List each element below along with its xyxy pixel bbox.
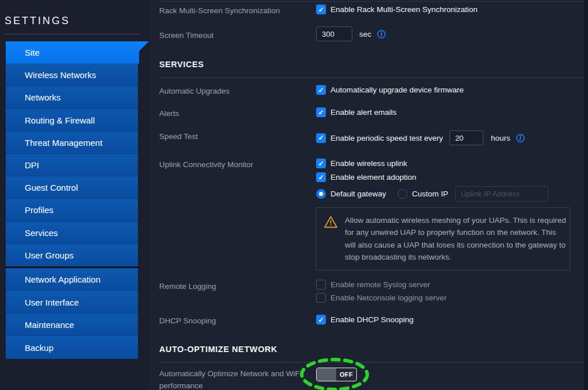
dhcp-snooping-row: DHCP Snooping Enable DHCP Snooping [159,315,414,326]
auto-optimize-section-header: AUTO-OPTIMIZE NETWORK [159,345,278,354]
sidebar-item-dpi[interactable]: DPI [6,154,138,176]
speed-test-interval-input[interactable] [449,130,483,145]
sidebar-item-maintenance[interactable]: Maintenance [6,314,138,337]
auto-optimize-section-divider [159,362,583,362]
syslog-checkbox-label: Enable remote Syslog server [330,280,430,289]
dhcp-snooping-checkbox-label: Enable DHCP Snooping [330,315,414,324]
wireless-uplink-checkbox-label: Enable wireless uplink [330,159,408,168]
toggle-knob [317,368,336,381]
speed-test-unit: hours [491,134,510,142]
speed-test-row: Speed Test Enable periodic speed test ev… [159,130,525,145]
netconsole-checkbox-label: Enable Netconsole logging server [330,294,447,302]
settings-sidebar: SETTINGS Site Wireless Networks Networks… [0,0,149,390]
speed-test-checkbox[interactable] [316,133,326,143]
syslog-checkbox[interactable] [316,280,326,289]
custom-ip-radio-label: Custom IP [412,190,448,198]
sidebar-item-services[interactable]: Services [6,222,138,244]
screen-timeout-input[interactable] [316,26,352,41]
netconsole-option: Enable Netconsole logging server [316,293,447,303]
wireless-uplink-option: Enable wireless uplink [316,159,408,168]
automatic-upgrades-checkbox[interactable] [316,85,326,95]
uplink-monitor-label: Uplink Connectivity Monitor [159,160,316,169]
screen-timeout-unit: sec [359,30,371,38]
uplink-gateway-options: Default gateway Custom IP [316,186,548,202]
sidebar-item-site[interactable]: Site [6,41,149,64]
default-gateway-radio-label: Default gateway [330,190,386,198]
remote-logging-label: Remote Logging [159,281,316,291]
meshing-warning-box: Allow automatic wireless meshing of your… [316,207,570,271]
alerts-checkbox[interactable] [316,107,326,117]
wireless-uplink-checkbox[interactable] [316,159,326,168]
meshing-warning-text: Allow automatic wireless meshing of your… [345,214,566,263]
sidebar-title-divider [5,34,140,34]
sidebar-item-profiles[interactable]: Profiles [6,199,138,221]
dhcp-snooping-label: DHCP Snooping [159,315,316,326]
sidebar-nav-group-2: Network Application User Interface Maint… [6,268,149,359]
syslog-option: Enable remote Syslog server [316,280,430,289]
services-section-header: SERVICES [159,60,204,69]
screen-timeout-label: Screen Timeout [159,26,316,40]
automatic-upgrades-label: Automatic Upgrades [159,85,316,96]
sidebar-item-routing-firewall[interactable]: Routing & Firewall [6,109,138,132]
content-top-divider [159,1,583,2]
auto-optimize-toggle[interactable]: OFF [316,368,357,381]
rack-sync-label: Rack Multi-Screen Synchronization [159,5,316,16]
sidebar-item-guest-control[interactable]: Guest Control [6,176,138,199]
scrollbar-track[interactable] [584,0,588,390]
services-section-divider [159,78,583,78]
speed-test-label: Speed Test [159,130,316,141]
sidebar-item-wireless-networks[interactable]: Wireless Networks [6,64,138,86]
screen-timeout-info-icon[interactable]: i [377,30,386,38]
element-adoption-checkbox-label: Enable element adoption [330,173,416,182]
sidebar-item-user-interface[interactable]: User Interface [6,291,138,314]
auto-optimize-label: Automatically Optimize Network and WiFi … [159,368,316,390]
speed-test-info-icon[interactable]: i [516,134,525,142]
automatic-upgrades-checkbox-label: Automatically upgrade device firmware [330,86,464,94]
element-adoption-checkbox[interactable] [316,172,326,182]
uplink-ip-input[interactable] [455,186,548,202]
automatic-upgrades-row: Automatic Upgrades Automatically upgrade… [159,85,464,96]
default-gateway-radio[interactable] [316,189,326,199]
alerts-row: Alerts Enable alert emails [159,107,397,118]
alerts-label: Alerts [159,107,316,118]
speed-test-checkbox-label: Enable periodic speed test every [330,134,443,142]
custom-ip-radio[interactable] [398,189,408,199]
rack-sync-checkbox[interactable] [316,5,326,14]
sidebar-title: SETTINGS [5,15,70,27]
sidebar-item-network-application[interactable]: Network Application [6,268,138,291]
sidebar-item-threat-management[interactable]: Threat Management [6,132,138,154]
alerts-checkbox-label: Enable alert emails [330,108,397,117]
warning-triangle-icon [324,215,338,231]
dhcp-snooping-checkbox[interactable] [316,315,326,325]
sidebar-nav: Site Wireless Networks Networks Routing … [6,41,149,359]
sidebar-item-backup[interactable]: Backup [6,336,138,359]
rack-sync-checkbox-label: Enable Rack Multi-Screen Synchronization [330,5,478,14]
settings-content: Rack Multi-Screen Synchronization Enable… [149,0,588,390]
netconsole-checkbox[interactable] [316,293,326,303]
rack-sync-row: Rack Multi-Screen Synchronization Enable… [159,5,478,16]
toggle-state-label: OFF [336,368,356,381]
element-adoption-option: Enable element adoption [316,172,416,182]
screen-timeout-row: Screen Timeout sec i [159,26,386,41]
sidebar-item-user-groups[interactable]: User Groups [6,244,138,267]
sidebar-item-networks[interactable]: Networks [6,86,138,109]
